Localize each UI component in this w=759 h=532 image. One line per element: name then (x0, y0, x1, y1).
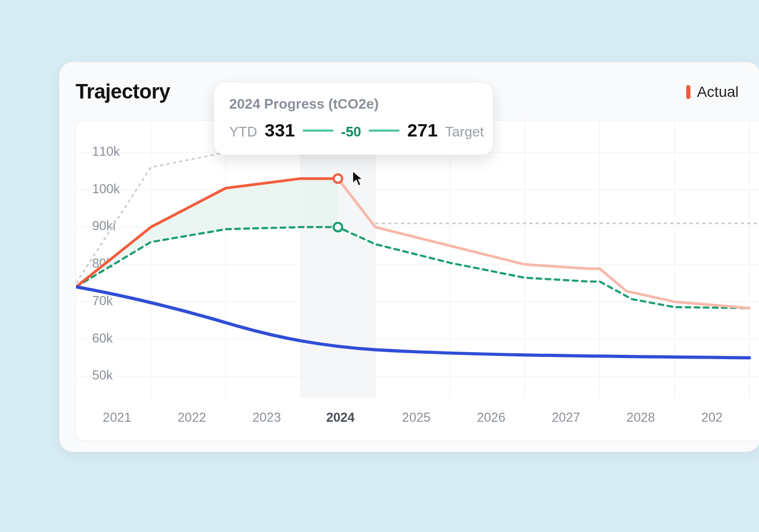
tooltip-ytd-value: 331 (265, 120, 295, 141)
x-tick: 2021 (103, 410, 131, 424)
legend-swatch-actual (686, 85, 690, 99)
tooltip-connector-icon (369, 130, 400, 132)
y-tick: 70k (92, 293, 113, 308)
chart-svg: 110k 100k 90ki 80k 70k 60k 50k (76, 120, 759, 440)
y-tick: 60k (92, 331, 113, 345)
x-tick: 2028 (627, 410, 655, 424)
tooltip-title: 2024 Progress (tCO2e) (229, 96, 478, 112)
actual-marker-2024 (334, 174, 342, 183)
tooltip-ytd-label: YTD (229, 124, 257, 140)
y-tick: 90ki (92, 218, 116, 233)
target-marker-2024 (334, 223, 342, 231)
y-tick: 110k (92, 144, 120, 158)
x-tick: 2027 (552, 410, 580, 424)
x-tick: 2022 (178, 410, 206, 424)
x-tick: 2023 (252, 410, 281, 424)
x-tick-active: 2024 (326, 410, 355, 424)
tooltip-delta: -50 (341, 124, 362, 140)
chart-plot-area[interactable]: 110k 100k 90ki 80k 70k 60k 50k (76, 120, 759, 441)
chart-tooltip: 2024 Progress (tCO2e) YTD 331 -50 271 Ta… (214, 83, 493, 155)
tooltip-target-value: 271 (407, 120, 438, 141)
x-tick: 202 (701, 410, 723, 424)
svg-rect-16 (300, 120, 375, 398)
x-tick: 2025 (402, 410, 431, 424)
legend: Actual (686, 83, 739, 101)
x-tick: 2026 (477, 410, 505, 424)
tooltip-connector-icon (303, 130, 334, 132)
cursor-icon (351, 170, 367, 187)
y-tick: 50k (92, 368, 113, 382)
tooltip-row: YTD 331 -50 271 Target (229, 120, 478, 141)
legend-label-actual: Actual (697, 83, 739, 101)
y-tick: 100k (92, 181, 120, 196)
tooltip-target-label: Target (445, 124, 484, 140)
card-title: Trajectory (76, 80, 170, 103)
